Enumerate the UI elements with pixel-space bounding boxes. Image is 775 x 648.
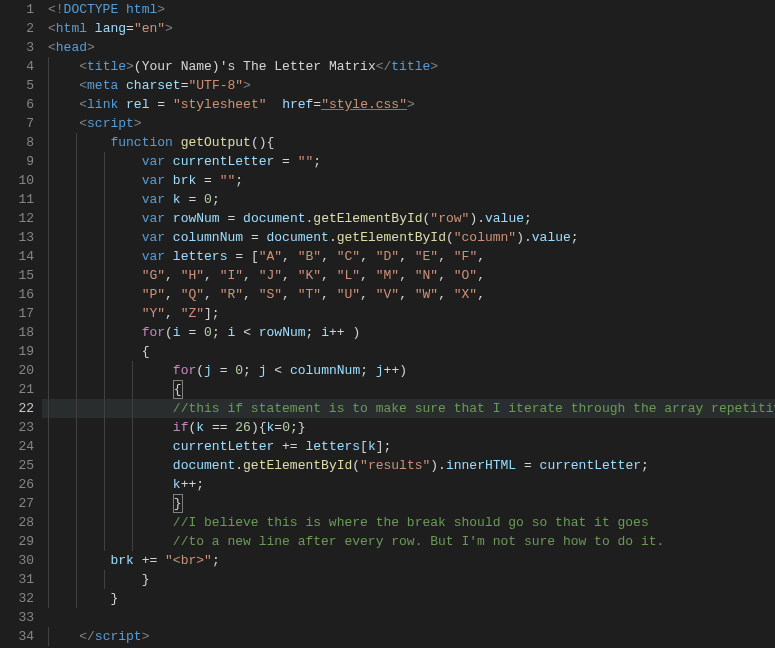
code-line[interactable] [42,608,775,627]
token-pun: = [274,420,282,435]
code-line[interactable]: <meta charset="UTF-8"> [42,76,775,95]
token-id: columnNum [173,230,243,245]
code-line[interactable]: k++; [42,475,775,494]
token-tag-doctype: DOCTYPE [64,2,119,17]
indent-guide [48,76,49,95]
code-line[interactable]: var currentLetter = ""; [42,152,775,171]
token-comment: //to a new line after every row. But I'm… [173,534,664,549]
token-pun: ; [360,363,376,378]
code-line[interactable]: currentLetter += letters[k]; [42,437,775,456]
code-line[interactable]: <title>(Your Name)'s The Letter Matrix</… [42,57,775,76]
token-pun: ( [165,325,173,340]
code-line[interactable]: "G", "H", "I", "J", "K", "L", "M", "N", … [42,266,775,285]
token-pun: , [360,249,376,264]
code-line[interactable]: } [42,570,775,589]
line-number: 4 [0,57,34,76]
code-line[interactable]: } [42,494,775,513]
indent-guide [76,247,77,266]
token-pun: = [524,458,532,473]
token-pun: = [313,97,321,112]
code-line[interactable]: for(j = 0; j < columnNum; j++) [42,361,775,380]
indent-guide [76,380,77,399]
token-text [274,154,282,169]
code-line[interactable]: var columnNum = document.getElementById(… [42,228,775,247]
code-line[interactable]: <head> [42,38,775,57]
code-line[interactable]: "P", "Q", "R", "S", "T", "U", "V", "W", … [42,285,775,304]
token-pun: , [438,268,454,283]
token-str: "M" [376,268,399,283]
indent-guide [76,570,77,589]
indent-guide [48,418,49,437]
code-line[interactable]: var letters = ["A", "B", "C", "D", "E", … [42,247,775,266]
code-line[interactable]: //this if statement is to make sure that… [42,399,775,418]
token-id: letters [173,249,228,264]
token-pun: ]; [376,439,392,454]
token-id: k [196,420,204,435]
indent-guide [48,513,49,532]
token-id: document [173,458,235,473]
token-text [212,363,220,378]
token-pun: < [243,325,251,340]
code-line[interactable]: </script> [42,627,775,646]
token-pun: = [204,173,212,188]
token-pun: , [282,249,298,264]
line-number: 17 [0,304,34,323]
token-tag-angle: > [165,21,173,36]
code-line[interactable]: "Y", "Z"]; [42,304,775,323]
code-area[interactable]: <!DOCTYPE html><html lang="en"><head> <t… [42,0,775,648]
indent-guide [48,228,49,247]
indent-guide [48,437,49,456]
token-num: 0 [235,363,243,378]
code-line[interactable]: //to a new line after every row. But I'm… [42,532,775,551]
token-text [165,154,173,169]
code-line[interactable]: <link rel = "stylesheet" href="style.css… [42,95,775,114]
indent-guide [48,95,49,114]
token-fn: getElementById [337,230,446,245]
token-kw2: if [173,420,189,435]
indent-guide [132,418,133,437]
code-line[interactable]: var brk = ""; [42,171,775,190]
token-str: "R" [220,287,243,302]
token-fn: getOutput [181,135,251,150]
indent-guide [48,114,49,133]
indent-guide [104,513,105,532]
token-text [87,21,95,36]
token-text [196,325,204,340]
code-line[interactable]: } [42,589,775,608]
code-line[interactable]: for(i = 0; i < rowNum; i++ ) [42,323,775,342]
token-comment: //I believe this is where the break shou… [173,515,649,530]
code-line[interactable]: <!DOCTYPE html> [42,0,775,19]
indent-guide [48,209,49,228]
token-tag-angle: > [430,59,438,74]
indent-guide [132,494,133,513]
code-line[interactable]: var rowNum = document.getElementById("ro… [42,209,775,228]
token-pun: ){ [251,420,267,435]
line-number: 1 [0,0,34,19]
token-pun: ). [516,230,532,245]
token-pun: ( [352,458,360,473]
token-tag-name: meta [87,78,118,93]
code-line[interactable]: { [42,342,775,361]
indent-guide [48,285,49,304]
indent-guide [76,304,77,323]
token-str: "L" [337,268,360,283]
token-text [165,249,173,264]
token-comment: //this if statement is to make sure that… [173,401,775,416]
code-line[interactable]: document.getElementById("results").inner… [42,456,775,475]
code-line[interactable]: brk += "<br>"; [42,551,775,570]
code-line[interactable]: //I believe this is where the break shou… [42,513,775,532]
token-id: currentLetter [173,439,274,454]
token-text [235,211,243,226]
indent-guide [104,399,105,418]
indent-guide [76,418,77,437]
token-text [243,249,251,264]
code-line[interactable]: { [42,380,775,399]
code-line[interactable]: if(k == 26){k=0;} [42,418,775,437]
line-number: 26 [0,475,34,494]
code-line[interactable]: <script> [42,114,775,133]
code-line[interactable]: <html lang="en"> [42,19,775,38]
code-line[interactable]: var k = 0; [42,190,775,209]
token-pun: ; [524,211,532,226]
code-line[interactable]: function getOutput(){ [42,133,775,152]
code-editor[interactable]: 1234567891011121314151617181920212223242… [0,0,775,648]
